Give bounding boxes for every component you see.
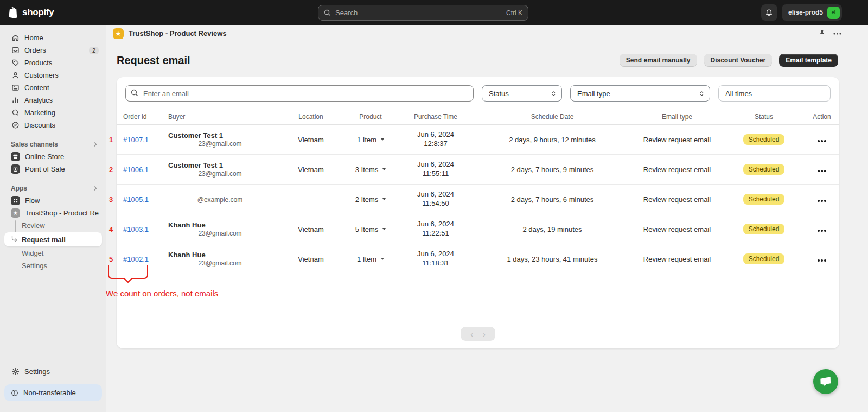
filters-bar: Status Email type: [117, 77, 839, 109]
schedule-date: 2 days, 7 hours, 6 minutes: [474, 195, 631, 204]
order-id-link[interactable]: #1003.1: [123, 225, 149, 233]
buyer-name: Customer Test 1: [162, 161, 278, 169]
main-content: ★ TrustShop - Product Reviews Request em…: [106, 25, 868, 412]
sidebar-item-home[interactable]: Home: [4, 31, 102, 44]
product-dropdown[interactable]: 5 Items: [343, 225, 398, 233]
store-menu[interactable]: elise-prod5 el: [782, 4, 842, 21]
sidebar-item-label: TrustShop - Product Revie...: [25, 209, 99, 217]
order-id-link[interactable]: #1006.1: [123, 166, 149, 174]
sidebar-item-label: Flow: [25, 197, 40, 205]
app-more-actions-button[interactable]: [833, 33, 841, 35]
product-count: 5 Items: [355, 225, 379, 233]
pagination-next-button[interactable]: ›: [481, 330, 488, 338]
sidebar-item-orders[interactable]: Orders 2: [4, 44, 102, 56]
order-id-link[interactable]: #1005.1: [123, 195, 149, 204]
sidebar-item-discounts[interactable]: Discounts: [4, 119, 102, 131]
row-actions-button[interactable]: [805, 166, 839, 174]
column-header-email-type: Email type: [631, 113, 723, 121]
dropdown-caret-icon: [381, 138, 384, 141]
dropdown-caret-icon: [382, 228, 386, 230]
products-icon: [11, 59, 20, 67]
order-id-link[interactable]: #1007.1: [123, 136, 149, 144]
table-body: 1 #1007.1 Customer Test 1 23@gmail.com V…: [117, 125, 839, 274]
notifications-button[interactable]: [761, 4, 777, 21]
chat-widget-button[interactable]: [813, 369, 838, 394]
product-count: 1 Item: [357, 136, 376, 144]
send-email-manually-button[interactable]: Send email manually: [620, 54, 697, 67]
email-template-button[interactable]: Email template: [779, 54, 838, 67]
sidebar-subitem-review[interactable]: Review: [0, 219, 106, 232]
global-search[interactable]: Ctrl K: [318, 5, 528, 21]
sidebar-item-marketing[interactable]: Marketing: [4, 106, 102, 119]
product-dropdown[interactable]: 1 Item: [343, 136, 398, 144]
shopify-admin-screen: shopify Ctrl K elise-prod5 el: [0, 0, 868, 412]
ellipsis-icon: [818, 140, 826, 142]
status-badge: Scheduled: [743, 164, 785, 175]
row-actions-button[interactable]: [805, 195, 839, 204]
status-badge: Scheduled: [743, 224, 785, 234]
global-search-input[interactable]: [335, 9, 502, 17]
row-actions-button[interactable]: [805, 225, 839, 233]
row-actions-button[interactable]: [805, 136, 839, 144]
sales-channels-header[interactable]: Sales channels: [4, 138, 102, 150]
sidebar-item-flow[interactable]: Flow: [4, 194, 102, 207]
pin-app-button[interactable]: [819, 30, 826, 37]
time-range-input[interactable]: [718, 85, 831, 102]
buyer-location: Vietnam: [278, 136, 343, 144]
pagination-prev-button[interactable]: ‹: [468, 330, 475, 338]
sidebar-item-online-store[interactable]: Online Store: [4, 150, 102, 163]
email-type-filter-select[interactable]: Email type: [570, 85, 710, 102]
product-dropdown[interactable]: 2 Items: [343, 195, 398, 204]
banner-label: Non-transferable: [23, 389, 76, 397]
email-filter-input[interactable]: [125, 85, 474, 102]
page-head: Request email Send email manually Discou…: [106, 42, 868, 77]
table-row: 3 #1005.1 @example.com 2 Items Jun 6, 20…: [117, 185, 839, 214]
shopify-wordmark: shopify: [22, 7, 54, 18]
chat-bubble-icon: [819, 376, 832, 387]
table-row: 4 #1003.1 Khanh Hue 23@gmail.com Vietnam…: [117, 214, 839, 244]
sidebar-subitem-settings[interactable]: Settings: [0, 259, 106, 272]
dropdown-caret-icon: [382, 198, 386, 200]
updown-chevron-icon: [699, 90, 705, 97]
buyer-name: Customer Test 1: [162, 131, 278, 140]
marketing-icon: [11, 109, 20, 117]
chevron-right-icon: [93, 186, 98, 191]
column-header-location: Location: [278, 113, 343, 121]
column-header-schedule-date: Schedule Date: [474, 113, 631, 121]
purchase-time: Jun 6, 2024 11:55:11: [398, 160, 474, 179]
apps-header[interactable]: Apps: [4, 182, 102, 194]
annotation-row-number: 2: [109, 166, 113, 174]
app-header: ★ TrustShop - Product Reviews: [106, 25, 868, 42]
sidebar-item-products[interactable]: Products: [4, 56, 102, 69]
non-transferable-banner[interactable]: Non-transferable: [4, 384, 102, 401]
row-actions-button[interactable]: [805, 255, 839, 263]
annotation-row-number: 3: [109, 195, 113, 204]
schedule-date: 2 days, 7 hours, 9 minutes: [474, 166, 631, 174]
discount-voucher-button[interactable]: Discount Voucher: [704, 54, 773, 67]
sidebar-item-label: Online Store: [25, 153, 64, 161]
sidebar-subitem-widget[interactable]: Widget: [0, 247, 106, 259]
search-icon: [324, 9, 331, 16]
sidebar-subitem-request-mail[interactable]: Request mail: [4, 232, 102, 246]
order-id-link[interactable]: #1002.1: [123, 255, 149, 263]
sidebar-item-label: Content: [24, 84, 49, 92]
sidebar-item-settings[interactable]: Settings: [4, 365, 102, 378]
product-dropdown[interactable]: 3 Items: [343, 166, 398, 174]
ellipsis-icon: [818, 259, 826, 262]
status-filter-select[interactable]: Status: [482, 85, 562, 102]
product-dropdown[interactable]: 1 Item: [343, 255, 398, 263]
sidebar-item-trustshop-app[interactable]: ★ TrustShop - Product Revie...: [4, 207, 102, 219]
orders-count-badge: 2: [89, 47, 99, 54]
column-header-buyer: Buyer: [162, 113, 278, 121]
sidebar-item-content[interactable]: Content: [4, 81, 102, 94]
sidebar-item-customers[interactable]: Customers: [4, 69, 102, 81]
section-label: Sales channels: [11, 141, 58, 148]
sidebar-item-point-of-sale[interactable]: Point of Sale: [4, 163, 102, 175]
annotation-row-number: 1: [109, 136, 113, 144]
purchase-date-line: Jun 6, 2024: [398, 130, 474, 140]
gear-icon: [11, 367, 20, 376]
shopify-logo[interactable]: shopify: [8, 7, 54, 19]
purchase-date-line: Jun 6, 2024: [398, 220, 474, 229]
sidebar-item-analytics[interactable]: Analytics: [4, 94, 102, 106]
bell-icon: [765, 9, 773, 17]
